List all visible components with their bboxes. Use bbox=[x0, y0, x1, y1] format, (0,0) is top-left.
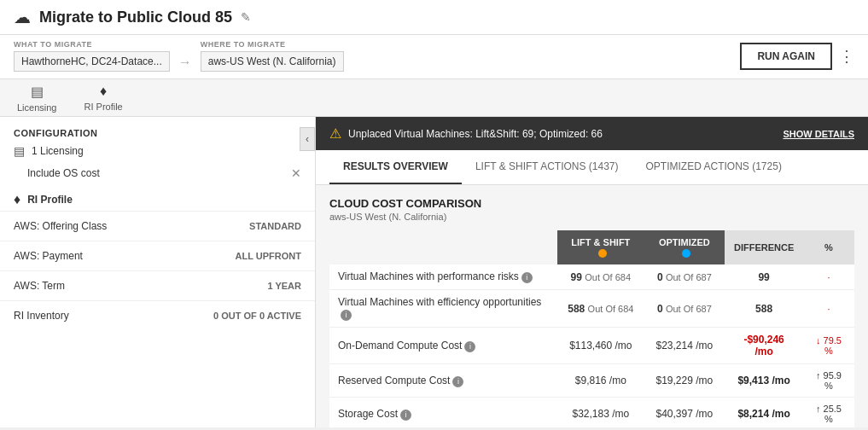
cost-table: LIFT & SHIFT OPTIMIZED DIFFERENCE % Virt… bbox=[329, 230, 854, 427]
alert-bar: ⚠ Unplaced Virtual Machines: Lift&Shift:… bbox=[316, 117, 868, 150]
payment-label: AWS: Payment bbox=[14, 250, 83, 262]
migration-fields: WHAT TO MIGRATE HawthorneHC, DC24-Datace… bbox=[14, 40, 344, 72]
tab-results-overview[interactable]: RESULTS OVERVIEW bbox=[329, 150, 462, 184]
edit-icon[interactable]: ✎ bbox=[241, 10, 251, 24]
lift-shift-value: $113,460 /mo bbox=[557, 328, 644, 364]
tab-licensing-label: Licensing bbox=[17, 102, 56, 113]
ri-profile-sidebar-icon: ♦ bbox=[14, 192, 20, 207]
top-bar: ☁ Migrate to Public Cloud 85 ✎ bbox=[0, 0, 868, 35]
col-header-pct: % bbox=[803, 230, 854, 264]
sidebar: CONFIGURATION ▤ 1 Licensing Include OS c… bbox=[0, 117, 316, 427]
tab-ri-profile[interactable]: ♦ RI Profile bbox=[80, 79, 125, 116]
cloud-cost-section: CLOUD COST COMPARISON aws-US West (N. Ca… bbox=[316, 185, 868, 427]
pct-value: · bbox=[803, 290, 854, 328]
collapse-sidebar-button[interactable]: ‹ bbox=[300, 127, 315, 151]
optimized-value: $40,397 /mo bbox=[644, 398, 725, 427]
main-tabs-bar: ▤ Licensing ♦ RI Profile bbox=[0, 79, 868, 117]
table-row: Virtual Machines with performance risksi… bbox=[329, 264, 854, 290]
what-to-migrate-label: WHAT TO MIGRATE bbox=[14, 40, 170, 49]
difference-value: -$90,246 /mo bbox=[725, 328, 803, 364]
col-header-optimized: OPTIMIZED bbox=[644, 230, 725, 264]
show-details-button[interactable]: SHOW DETAILS bbox=[783, 129, 854, 139]
tab-lift-shift-actions[interactable]: LIFT & SHIFT ACTIONS (1437) bbox=[462, 150, 632, 184]
page-title: Migrate to Public Cloud 85 bbox=[39, 9, 232, 26]
offering-class-value: STANDARD bbox=[249, 221, 301, 231]
lift-shift-value: 588 Out Of 684 bbox=[557, 290, 644, 328]
row-label: On-Demand Compute Costi bbox=[329, 328, 557, 364]
what-to-migrate-field: WHAT TO MIGRATE HawthorneHC, DC24-Datace… bbox=[14, 40, 170, 72]
sidebar-row-term: AWS: Term 1 YEAR bbox=[0, 270, 315, 300]
difference-value: $8,214 /mo bbox=[725, 398, 803, 427]
sidebar-row-ri-inventory: RI Inventory 0 OUT OF 0 ACTIVE bbox=[0, 300, 315, 330]
licensing-sidebar-icon: ▤ bbox=[14, 144, 25, 158]
optimized-value: 0 Out Of 687 bbox=[644, 290, 725, 328]
where-to-migrate-field: WHERE TO MIGRATE aws-US West (N. Califor… bbox=[201, 40, 344, 72]
optimized-value: $19,229 /mo bbox=[644, 364, 725, 398]
optimized-dot bbox=[682, 249, 690, 258]
licensing-icon: ▤ bbox=[31, 84, 44, 100]
right-panel: ⚠ Unplaced Virtual Machines: Lift&Shift:… bbox=[316, 117, 868, 427]
os-cost-item: Include OS cost ✕ bbox=[0, 163, 315, 183]
table-row: Storage Costi$32,183 /mo$40,397 /mo$8,21… bbox=[329, 398, 854, 427]
licensing-sidebar-label: 1 Licensing bbox=[32, 145, 84, 157]
difference-value: 99 bbox=[725, 264, 803, 290]
alert-warning-icon: ⚠ bbox=[329, 125, 341, 142]
ri-inventory-label: RI Inventory bbox=[14, 310, 69, 322]
ri-inventory-value: 0 OUT OF 0 ACTIVE bbox=[213, 311, 301, 321]
info-icon[interactable]: i bbox=[521, 272, 533, 283]
what-to-migrate-value: HawthorneHC, DC24-Datace... bbox=[14, 51, 170, 72]
info-icon[interactable]: i bbox=[400, 410, 411, 421]
optimized-value: 0 Out Of 687 bbox=[644, 264, 725, 290]
ri-profile-sidebar-label: RI Profile bbox=[27, 194, 73, 206]
term-label: AWS: Term bbox=[14, 280, 65, 292]
lift-shift-dot bbox=[598, 249, 607, 258]
arrow-icon: → bbox=[178, 55, 192, 70]
col-header-difference: DIFFERENCE bbox=[725, 230, 803, 264]
payment-value: ALL UPFRONT bbox=[236, 251, 301, 261]
pct-value: ↓ 79.5 % bbox=[803, 328, 854, 364]
main-content: CONFIGURATION ▤ 1 Licensing Include OS c… bbox=[0, 117, 868, 427]
where-to-migrate-value: aws-US West (N. California) bbox=[201, 51, 344, 72]
col-header-lift-shift: LIFT & SHIFT bbox=[557, 230, 644, 264]
cloud-icon: ☁ bbox=[14, 7, 31, 27]
pct-value: ↑ 95.9 % bbox=[803, 364, 854, 398]
os-cost-label: Include OS cost bbox=[27, 167, 100, 179]
alert-text: Unplaced Virtual Machines: Lift&Shift: 6… bbox=[348, 128, 603, 140]
alert-bar-left: ⚠ Unplaced Virtual Machines: Lift&Shift:… bbox=[329, 125, 603, 142]
info-icon[interactable]: i bbox=[341, 310, 352, 321]
cloud-cost-subtitle: aws-US West (N. California) bbox=[329, 212, 854, 222]
term-value: 1 YEAR bbox=[267, 281, 301, 291]
run-again-area: RUN AGAIN ⋮ bbox=[740, 43, 854, 70]
row-label: Virtual Machines with efficiency opportu… bbox=[329, 290, 557, 328]
tab-optimized-actions[interactable]: OPTIMIZED ACTIONS (1725) bbox=[632, 150, 795, 184]
lift-shift-value: $9,816 /mo bbox=[557, 364, 644, 398]
run-again-button[interactable]: RUN AGAIN bbox=[740, 43, 832, 70]
pct-value: ↑ 25.5 % bbox=[803, 398, 854, 427]
cloud-cost-title: CLOUD COST COMPARISON bbox=[329, 197, 854, 210]
ri-profile-icon: ♦ bbox=[100, 84, 107, 99]
more-options-icon[interactable]: ⋮ bbox=[839, 47, 854, 66]
tab-licensing[interactable]: ▤ Licensing bbox=[14, 79, 60, 116]
lift-shift-value: $32,183 /mo bbox=[557, 398, 644, 427]
where-to-migrate-label: WHERE TO MIGRATE bbox=[201, 40, 344, 49]
sidebar-row-offering-class: AWS: Offering Class STANDARD bbox=[0, 211, 315, 241]
lift-shift-value: 99 Out Of 684 bbox=[557, 264, 644, 290]
info-icon[interactable]: i bbox=[452, 376, 463, 387]
optimized-value: $23,214 /mo bbox=[644, 328, 725, 364]
table-row: Virtual Machines with efficiency opportu… bbox=[329, 290, 854, 328]
sidebar-row-payment: AWS: Payment ALL UPFRONT bbox=[0, 241, 315, 270]
table-row: On-Demand Compute Costi$113,460 /mo$23,2… bbox=[329, 328, 854, 364]
os-cost-remove-button[interactable]: ✕ bbox=[291, 166, 301, 180]
row-label: Storage Costi bbox=[329, 398, 557, 427]
row-label: Reserved Compute Costi bbox=[329, 364, 557, 398]
col-header-label bbox=[329, 230, 557, 264]
difference-value: $9,413 /mo bbox=[725, 364, 803, 398]
info-icon[interactable]: i bbox=[464, 341, 475, 352]
pct-value: · bbox=[803, 264, 854, 290]
tab-ri-profile-label: RI Profile bbox=[84, 102, 122, 112]
config-section-title: CONFIGURATION bbox=[0, 125, 112, 145]
ri-profile-section: ♦ RI Profile bbox=[0, 183, 315, 211]
row-label: Virtual Machines with performance risksi bbox=[329, 264, 557, 290]
offering-class-label: AWS: Offering Class bbox=[14, 220, 107, 232]
migration-bar: WHAT TO MIGRATE HawthorneHC, DC24-Datace… bbox=[0, 35, 868, 79]
